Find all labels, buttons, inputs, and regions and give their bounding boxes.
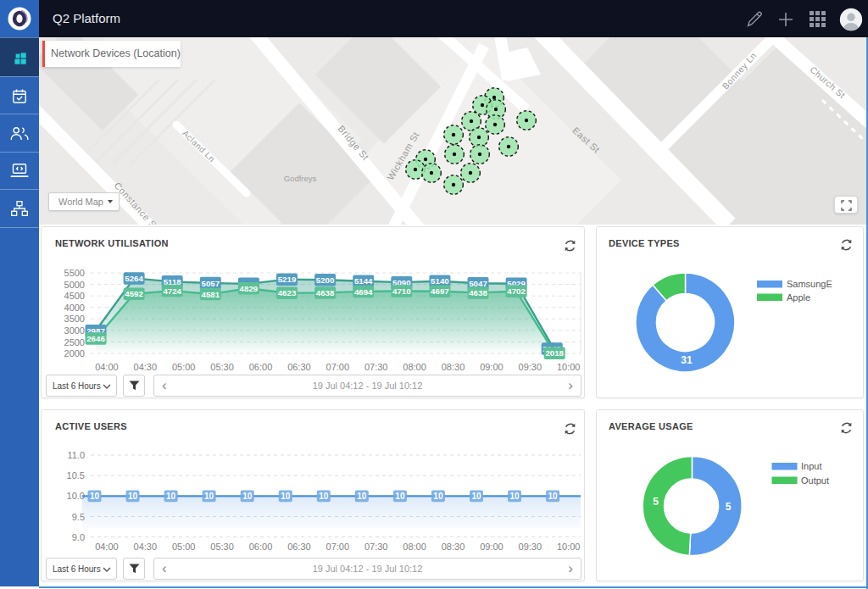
svg-text:4702: 4702	[507, 286, 526, 296]
svg-text:04:30: 04:30	[134, 542, 158, 552]
svg-text:4000: 4000	[64, 303, 85, 313]
svg-text:4623: 4623	[278, 288, 297, 297]
svg-text:10: 10	[471, 492, 481, 501]
svg-text:05:00: 05:00	[172, 542, 196, 552]
svg-text:3500: 3500	[64, 314, 85, 324]
svg-text:SamsungE: SamsungE	[787, 279, 832, 289]
svg-text:2500: 2500	[64, 337, 85, 347]
svg-text:4724: 4724	[163, 286, 181, 296]
svg-text:10.5: 10.5	[67, 470, 85, 481]
svg-text:5500: 5500	[64, 268, 85, 278]
svg-text:09:00: 09:00	[480, 362, 504, 372]
svg-text:08:30: 08:30	[442, 362, 465, 372]
svg-text:08:00: 08:00	[403, 542, 426, 552]
svg-text:4638: 4638	[316, 288, 335, 297]
svg-text:Input: Input	[801, 461, 821, 471]
svg-text:10: 10	[166, 492, 176, 501]
svg-text:10: 10	[90, 492, 100, 501]
svg-text:05:00: 05:00	[172, 362, 196, 372]
svg-text:2646: 2646	[86, 334, 105, 343]
svg-text:10: 10	[281, 492, 291, 501]
svg-text:3000: 3000	[64, 325, 85, 336]
svg-text:04:00: 04:00	[95, 362, 119, 372]
svg-text:5264: 5264	[125, 274, 143, 283]
svg-text:10: 10	[395, 492, 405, 501]
svg-text:06:30: 06:30	[287, 362, 311, 372]
svg-text:07:00: 07:00	[326, 542, 350, 552]
svg-text:11.0: 11.0	[67, 450, 85, 460]
svg-text:06:00: 06:00	[249, 362, 273, 372]
svg-text:09:00: 09:00	[480, 542, 504, 552]
svg-text:4500: 4500	[64, 291, 85, 301]
svg-text:10: 10	[204, 492, 214, 501]
svg-text:07:00: 07:00	[326, 362, 350, 372]
svg-text:4592: 4592	[125, 289, 143, 298]
svg-text:4581: 4581	[202, 290, 220, 299]
svg-text:4694: 4694	[354, 287, 373, 297]
svg-text:04:00: 04:00	[95, 542, 119, 552]
svg-text:06:00: 06:00	[249, 542, 273, 552]
svg-text:Apple: Apple	[787, 292, 810, 303]
svg-text:10: 10	[128, 492, 138, 501]
svg-text:5000: 5000	[64, 280, 85, 290]
svg-text:5057: 5057	[202, 279, 220, 288]
svg-text:31: 31	[681, 354, 693, 366]
svg-text:2000: 2000	[64, 348, 85, 358]
svg-text:5140: 5140	[431, 276, 449, 286]
svg-text:Output: Output	[801, 475, 829, 486]
svg-text:09:30: 09:30	[519, 542, 542, 552]
svg-text:10: 10	[548, 492, 559, 501]
svg-text:10: 10	[357, 492, 367, 501]
svg-text:04:30: 04:30	[134, 362, 158, 372]
svg-text:08:30: 08:30	[442, 542, 465, 552]
svg-text:10:00: 10:00	[557, 542, 581, 552]
svg-text:06:30: 06:30	[287, 542, 311, 552]
svg-text:4638: 4638	[469, 288, 487, 297]
svg-text:07:30: 07:30	[364, 362, 388, 372]
svg-text:5: 5	[653, 496, 659, 508]
svg-text:09:30: 09:30	[519, 362, 542, 372]
svg-text:5: 5	[726, 501, 732, 513]
svg-text:10: 10	[319, 492, 329, 501]
svg-text:5200: 5200	[316, 275, 335, 285]
svg-text:05:30: 05:30	[210, 362, 234, 372]
svg-text:4697: 4697	[431, 286, 449, 296]
svg-text:10: 10	[433, 492, 443, 501]
svg-text:2018: 2018	[545, 348, 564, 358]
svg-text:08:00: 08:00	[403, 362, 426, 372]
svg-text:10: 10	[509, 492, 520, 501]
svg-text:5144: 5144	[354, 276, 373, 286]
svg-text:10:00: 10:00	[557, 362, 581, 372]
svg-text:Godfreys: Godfreys	[284, 174, 317, 183]
svg-text:9.0: 9.0	[72, 532, 85, 542]
svg-text:07:30: 07:30	[364, 542, 388, 552]
svg-text:10: 10	[242, 492, 253, 501]
svg-text:4829: 4829	[240, 284, 259, 293]
svg-text:10.0: 10.0	[67, 491, 85, 501]
svg-text:5219: 5219	[278, 275, 297, 284]
svg-text:4710: 4710	[392, 286, 411, 296]
svg-text:05:30: 05:30	[210, 542, 234, 552]
